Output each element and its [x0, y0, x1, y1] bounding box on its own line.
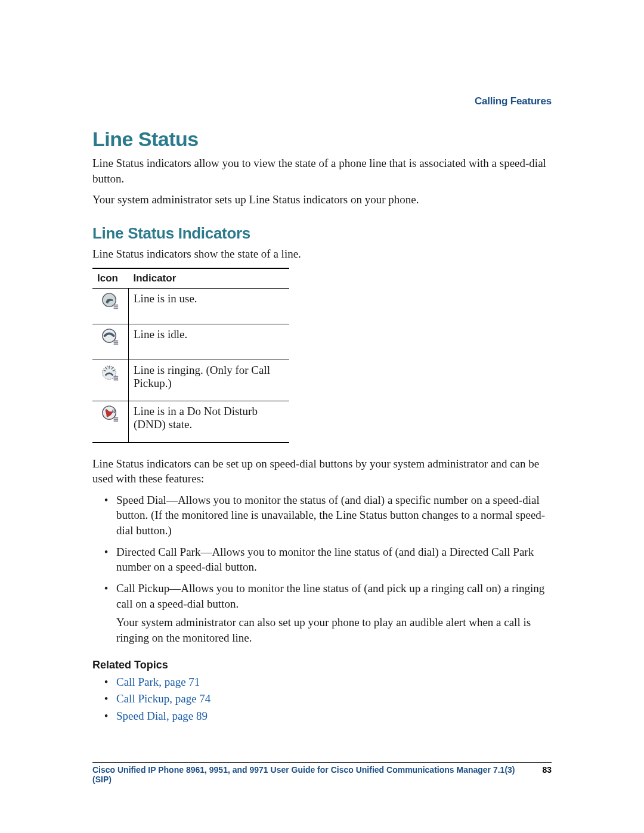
subsection-title: Line Status Indicators [92, 224, 552, 243]
link-call-pickup[interactable]: Call Pickup, page 74 [116, 692, 210, 705]
svg-rect-7 [114, 343, 119, 345]
list-item: Call Park, page 71 [114, 674, 552, 691]
svg-rect-16 [114, 379, 119, 380]
th-icon: Icon [92, 268, 129, 289]
svg-rect-19 [114, 417, 119, 418]
th-indicator: Indicator [129, 268, 290, 289]
list-item: Call Pickup—Allows you to monitor the li… [114, 581, 552, 646]
svg-rect-15 [114, 377, 119, 379]
running-header: Calling Features [475, 95, 552, 107]
link-speed-dial[interactable]: Speed Dial, page 89 [116, 710, 208, 722]
page-content: Calling Features Line Status Line Status… [92, 95, 552, 724]
cell-indicator: Line is in use. [129, 288, 290, 324]
line-in-use-icon [101, 292, 119, 310]
list-item: Speed Dial, page 89 [114, 708, 552, 725]
doc-title: Cisco Unified IP Phone 8961, 9951, and 9… [92, 765, 530, 784]
svg-rect-5 [114, 340, 119, 341]
page-footer: Cisco Unified IP Phone 8961, 9951, and 9… [92, 762, 552, 784]
subsection-lead: Line Status indicators show the state of… [92, 246, 552, 262]
line-status-table: Icon Indicator Line [92, 268, 289, 443]
related-topics-list: Call Park, page 71 Call Pickup, page 74 … [92, 674, 552, 725]
line-idle-icon [101, 328, 119, 346]
table-row: S Line is in a Do Not Disturb (DND) stat… [92, 401, 289, 442]
section-intro-2: Your system administrator sets up Line S… [92, 192, 552, 208]
bullet-text: Directed Call Park—Allows you to monitor… [116, 546, 534, 574]
feature-list: Speed Dial—Allows you to monitor the sta… [92, 493, 552, 646]
svg-rect-21 [114, 420, 119, 422]
svg-rect-20 [114, 419, 119, 420]
svg-text:S: S [112, 408, 116, 414]
related-topics-heading: Related Topics [92, 659, 552, 671]
line-ringing-icon [101, 364, 119, 382]
link-call-park[interactable]: Call Park, page 71 [116, 676, 200, 688]
cell-indicator: Line is in a Do Not Disturb (DND) state. [129, 401, 290, 442]
cell-indicator: Line is ringing. (Only for Call Pickup.) [129, 360, 290, 401]
svg-rect-3 [114, 308, 119, 309]
chapter-label: Calling Features [475, 95, 552, 107]
list-item: Call Pickup, page 74 [114, 690, 552, 708]
section-intro-1: Line Status indicators allow you to view… [92, 156, 552, 186]
svg-rect-2 [114, 306, 119, 307]
svg-rect-1 [114, 304, 119, 305]
list-item: Directed Call Park—Allows you to monitor… [114, 544, 552, 575]
line-dnd-icon: S [101, 405, 119, 423]
post-table-lead: Line Status indicators can be set up on … [92, 456, 552, 487]
table-row: Line is in use. [92, 288, 289, 324]
page-number: 83 [542, 765, 552, 775]
list-item: Speed Dial—Allows you to monitor the sta… [114, 493, 552, 538]
bullet-extra: Your system administrator can also set u… [116, 615, 552, 645]
section-title: Line Status [92, 128, 552, 151]
svg-rect-6 [114, 342, 119, 343]
table-row: Line is idle. [92, 324, 289, 360]
svg-line-12 [104, 370, 106, 371]
bullet-text: Call Pickup—Allows you to monitor the li… [116, 582, 544, 610]
svg-line-13 [113, 370, 115, 371]
bullet-text: Speed Dial—Allows you to monitor the sta… [116, 494, 545, 537]
cell-indicator: Line is idle. [129, 324, 290, 360]
table-row: Line is ringing. (Only for Call Pickup.) [92, 360, 289, 401]
svg-rect-14 [114, 376, 119, 377]
